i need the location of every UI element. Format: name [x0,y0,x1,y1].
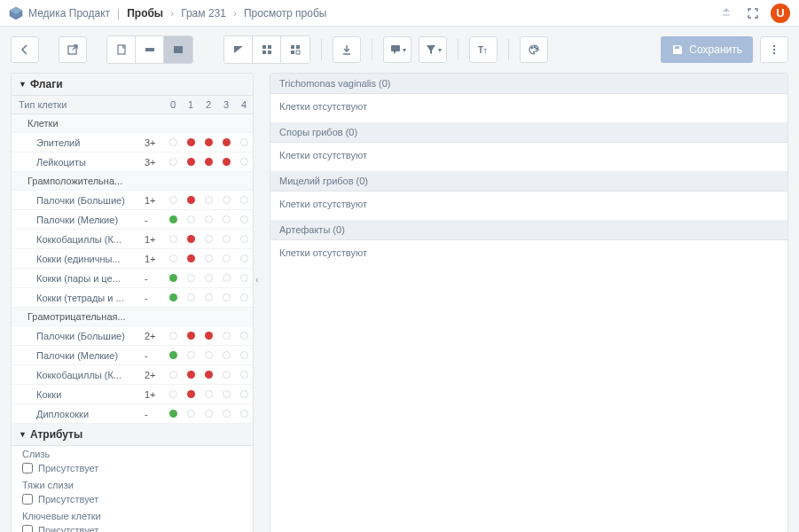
cell-row[interactable]: Лейкоциты3+ [12,153,253,172]
dot-cell[interactable] [182,254,200,264]
attributes-section-header[interactable]: ▼ Атрибуты [12,424,253,446]
dot-cell[interactable] [217,293,235,303]
dot-cell[interactable] [235,234,253,245]
dot-cell[interactable] [164,370,182,380]
dot-cell[interactable] [182,389,200,400]
dot-cell[interactable] [182,370,200,380]
cell-row[interactable]: Диплококки- [12,404,253,424]
dot-cell[interactable] [200,195,217,206]
dot-cell[interactable] [235,215,253,225]
cell-row[interactable]: Кокки1+ [12,385,253,404]
dot-cell[interactable] [164,350,182,361]
cell-row[interactable]: Палочки (Мелкие)- [12,346,253,365]
view-page-button[interactable] [107,36,136,63]
dot-cell[interactable] [217,409,235,419]
cell-row[interactable]: Палочки (Мелкие)- [12,210,253,230]
sync-icon[interactable] [717,4,735,22]
dot-cell[interactable] [182,350,200,361]
breadcrumb-root[interactable]: Пробы [127,7,163,20]
dot-cell[interactable] [200,293,217,303]
dot-cell[interactable] [182,157,200,168]
dot-cell[interactable] [200,234,217,245]
more-button[interactable] [760,36,788,63]
grid-split-button[interactable] [281,36,309,63]
category-header[interactable]: Артефакты (0) [270,220,787,240]
attribute-check[interactable]: Присутствует [12,523,253,532]
dot-cell[interactable] [182,215,200,225]
dot-cell[interactable] [182,195,200,206]
dot-cell[interactable] [200,254,217,264]
dot-cell[interactable] [235,254,253,264]
cell-row[interactable]: Кокки (пары и це...- [12,269,253,288]
cell-row[interactable]: Коккобациллы (К...1+ [12,230,253,249]
dot-cell[interactable] [164,195,182,206]
dot-cell[interactable] [182,273,200,284]
text-format-button[interactable]: TT [469,36,497,63]
dot-cell[interactable] [217,370,235,380]
dot-cell[interactable] [200,331,217,341]
dot-cell[interactable] [200,273,217,284]
expand-icon[interactable] [744,4,762,22]
comment-button[interactable]: ▾ [383,36,411,63]
external-link-button[interactable] [59,36,87,63]
dot-cell[interactable] [200,389,217,400]
dot-cell[interactable] [164,215,182,225]
dot-cell[interactable] [217,157,235,168]
cell-row[interactable]: Эпителий3+ [12,133,253,153]
attribute-check[interactable]: Присутствует [12,461,253,477]
category-header[interactable]: Споры грибов (0) [270,122,787,143]
contrast-button[interactable] [224,36,253,63]
dot-cell[interactable] [200,350,217,361]
cell-row[interactable]: Палочки (Большие)1+ [12,191,253,210]
cell-row[interactable]: Кокки (единичны...1+ [12,249,253,269]
dot-cell[interactable] [200,215,217,225]
filter-button[interactable]: ▾ [419,36,447,63]
dot-cell[interactable] [164,234,182,245]
dot-cell[interactable] [200,137,217,148]
dot-cell[interactable] [217,234,235,245]
cell-row[interactable]: Кокки (тетрады и ...- [12,288,253,308]
checkbox[interactable] [22,463,33,473]
cell-row[interactable]: Коккобациллы (К...2+ [12,365,253,385]
category-header[interactable]: Trichomonas vaginalis (0) [270,74,787,94]
dot-cell[interactable] [200,409,217,419]
dot-cell[interactable] [182,293,200,303]
dot-cell[interactable] [217,273,235,284]
grid4-button[interactable] [253,36,281,63]
dot-cell[interactable] [164,273,182,284]
dot-cell[interactable] [200,370,217,380]
back-button[interactable] [11,36,39,63]
collapse-handle[interactable]: ‹ [253,266,262,293]
dot-cell[interactable] [164,409,182,419]
attribute-check[interactable]: Присутствует [12,492,253,508]
dot-cell[interactable] [217,195,235,206]
dot-cell[interactable] [235,350,253,361]
category-header[interactable]: Мицелий грибов (0) [270,171,787,192]
dot-cell[interactable] [217,350,235,361]
dot-cell[interactable] [235,273,253,284]
dot-cell[interactable] [164,137,182,148]
download-button[interactable] [333,36,361,63]
dot-cell[interactable] [217,331,235,341]
view-wide-button[interactable] [136,36,164,63]
dot-cell[interactable] [182,137,200,148]
dot-cell[interactable] [235,137,253,148]
checkbox[interactable] [22,525,33,532]
dot-cell[interactable] [217,215,235,225]
dot-cell[interactable] [217,137,235,148]
dot-cell[interactable] [164,157,182,168]
flags-section-header[interactable]: ▼ Флаги [12,74,253,96]
cell-row[interactable]: Палочки (Большие)2+ [12,326,253,346]
dot-cell[interactable] [235,389,253,400]
palette-button[interactable] [520,36,548,63]
save-button[interactable]: Сохранить [661,36,753,63]
dot-cell[interactable] [164,254,182,264]
dot-cell[interactable] [182,234,200,245]
checkbox[interactable] [22,494,33,505]
dot-cell[interactable] [235,409,253,419]
dot-cell[interactable] [235,195,253,206]
dot-cell[interactable] [164,293,182,303]
dot-cell[interactable] [164,389,182,400]
view-grid-button[interactable] [164,36,192,63]
dot-cell[interactable] [217,254,235,264]
